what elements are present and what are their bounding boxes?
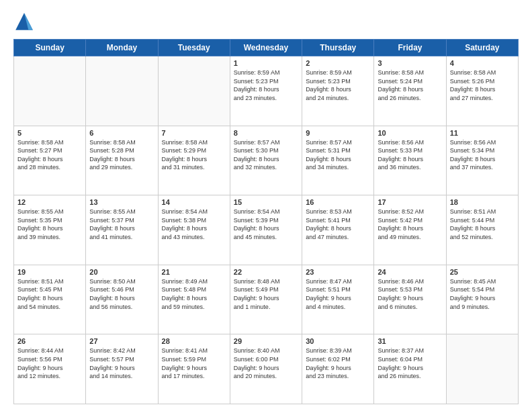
calendar-cell: 27Sunrise: 8:42 AMSunset: 5:57 PMDayligh… bbox=[86, 334, 158, 404]
week-row-0: 1Sunrise: 8:59 AMSunset: 5:23 PMDaylight… bbox=[14, 56, 519, 126]
day-number: 29 bbox=[234, 337, 298, 345]
day-info: Sunrise: 8:48 AMSunset: 5:49 PMDaylight:… bbox=[234, 277, 298, 311]
calendar-cell: 15Sunrise: 8:54 AMSunset: 5:39 PMDayligh… bbox=[230, 195, 302, 265]
day-number: 24 bbox=[378, 268, 442, 276]
weekday-header-friday: Friday bbox=[374, 40, 446, 56]
day-info: Sunrise: 8:51 AMSunset: 5:44 PMDaylight:… bbox=[450, 208, 515, 241]
day-number: 10 bbox=[378, 129, 442, 137]
day-info: Sunrise: 8:55 AMSunset: 5:37 PMDaylight:… bbox=[89, 208, 154, 241]
day-number: 31 bbox=[378, 337, 442, 345]
day-info: Sunrise: 8:40 AMSunset: 6:00 PMDaylight:… bbox=[234, 347, 298, 380]
calendar-cell: 1Sunrise: 8:59 AMSunset: 5:23 PMDaylight… bbox=[230, 56, 302, 126]
day-number: 22 bbox=[234, 268, 298, 276]
day-info: Sunrise: 8:56 AMSunset: 5:33 PMDaylight:… bbox=[378, 138, 442, 172]
day-number: 18 bbox=[450, 198, 515, 206]
calendar-cell bbox=[86, 56, 158, 126]
day-number: 2 bbox=[306, 59, 370, 67]
day-number: 14 bbox=[162, 198, 226, 206]
day-info: Sunrise: 8:53 AMSunset: 5:41 PMDaylight:… bbox=[306, 208, 370, 241]
calendar-table: SundayMondayTuesdayWednesdayThursdayFrid… bbox=[13, 39, 519, 404]
weekday-header-sunday: Sunday bbox=[14, 40, 86, 56]
day-info: Sunrise: 8:39 AMSunset: 6:02 PMDaylight:… bbox=[306, 347, 370, 380]
day-number: 1 bbox=[234, 59, 298, 67]
day-number: 17 bbox=[378, 198, 442, 206]
calendar-cell: 24Sunrise: 8:46 AMSunset: 5:53 PMDayligh… bbox=[374, 265, 446, 334]
day-number: 21 bbox=[162, 268, 226, 276]
day-info: Sunrise: 8:56 AMSunset: 5:34 PMDaylight:… bbox=[450, 138, 515, 172]
day-info: Sunrise: 8:49 AMSunset: 5:48 PMDaylight:… bbox=[162, 277, 226, 311]
calendar-cell: 28Sunrise: 8:41 AMSunset: 5:59 PMDayligh… bbox=[158, 334, 230, 404]
page: SundayMondayTuesdayWednesdayThursdayFrid… bbox=[0, 0, 532, 411]
calendar-cell: 21Sunrise: 8:49 AMSunset: 5:48 PMDayligh… bbox=[158, 265, 230, 334]
calendar-cell: 22Sunrise: 8:48 AMSunset: 5:49 PMDayligh… bbox=[230, 265, 302, 334]
calendar-cell: 12Sunrise: 8:55 AMSunset: 5:35 PMDayligh… bbox=[14, 195, 86, 265]
calendar-cell: 18Sunrise: 8:51 AMSunset: 5:44 PMDayligh… bbox=[446, 195, 518, 265]
weekday-header-thursday: Thursday bbox=[302, 40, 374, 56]
calendar-cell: 8Sunrise: 8:57 AMSunset: 5:30 PMDaylight… bbox=[230, 126, 302, 195]
day-info: Sunrise: 8:46 AMSunset: 5:53 PMDaylight:… bbox=[378, 277, 442, 311]
calendar-cell: 19Sunrise: 8:51 AMSunset: 5:45 PMDayligh… bbox=[14, 265, 86, 334]
day-info: Sunrise: 8:57 AMSunset: 5:31 PMDaylight:… bbox=[306, 138, 370, 172]
weekday-header-tuesday: Tuesday bbox=[158, 40, 230, 56]
day-number: 27 bbox=[89, 337, 154, 345]
day-info: Sunrise: 8:51 AMSunset: 5:45 PMDaylight:… bbox=[17, 277, 82, 311]
day-info: Sunrise: 8:55 AMSunset: 5:35 PMDaylight:… bbox=[17, 208, 82, 241]
day-info: Sunrise: 8:57 AMSunset: 5:30 PMDaylight:… bbox=[234, 138, 298, 172]
calendar-cell: 11Sunrise: 8:56 AMSunset: 5:34 PMDayligh… bbox=[446, 126, 518, 195]
calendar-cell: 5Sunrise: 8:58 AMSunset: 5:27 PMDaylight… bbox=[14, 126, 86, 195]
day-number: 12 bbox=[17, 198, 82, 206]
weekday-header-saturday: Saturday bbox=[446, 40, 518, 56]
calendar-cell: 16Sunrise: 8:53 AMSunset: 5:41 PMDayligh… bbox=[302, 195, 374, 265]
day-info: Sunrise: 8:45 AMSunset: 5:54 PMDaylight:… bbox=[450, 277, 515, 311]
calendar-cell: 9Sunrise: 8:57 AMSunset: 5:31 PMDaylight… bbox=[302, 126, 374, 195]
day-info: Sunrise: 8:59 AMSunset: 5:23 PMDaylight:… bbox=[306, 68, 370, 102]
day-number: 28 bbox=[162, 337, 226, 345]
day-number: 5 bbox=[17, 129, 82, 137]
day-number: 7 bbox=[162, 129, 226, 137]
calendar-cell: 14Sunrise: 8:54 AMSunset: 5:38 PMDayligh… bbox=[158, 195, 230, 265]
calendar-cell: 25Sunrise: 8:45 AMSunset: 5:54 PMDayligh… bbox=[446, 265, 518, 334]
calendar-cell: 26Sunrise: 8:44 AMSunset: 5:56 PMDayligh… bbox=[14, 334, 86, 404]
calendar-cell: 2Sunrise: 8:59 AMSunset: 5:23 PMDaylight… bbox=[302, 56, 374, 126]
calendar-cell: 17Sunrise: 8:52 AMSunset: 5:42 PMDayligh… bbox=[374, 195, 446, 265]
day-number: 4 bbox=[450, 59, 515, 67]
calendar-cell: 6Sunrise: 8:58 AMSunset: 5:28 PMDaylight… bbox=[86, 126, 158, 195]
day-number: 9 bbox=[306, 129, 370, 137]
day-info: Sunrise: 8:58 AMSunset: 5:29 PMDaylight:… bbox=[162, 138, 226, 172]
day-number: 30 bbox=[306, 337, 370, 345]
day-info: Sunrise: 8:52 AMSunset: 5:42 PMDaylight:… bbox=[378, 208, 442, 241]
header bbox=[13, 11, 519, 32]
calendar-cell: 3Sunrise: 8:58 AMSunset: 5:24 PMDaylight… bbox=[374, 56, 446, 126]
day-info: Sunrise: 8:37 AMSunset: 6:04 PMDaylight:… bbox=[378, 347, 442, 380]
calendar-cell: 20Sunrise: 8:50 AMSunset: 5:46 PMDayligh… bbox=[86, 265, 158, 334]
logo bbox=[13, 11, 39, 32]
day-info: Sunrise: 8:54 AMSunset: 5:39 PMDaylight:… bbox=[234, 208, 298, 241]
day-number: 26 bbox=[17, 337, 82, 345]
day-info: Sunrise: 8:44 AMSunset: 5:56 PMDaylight:… bbox=[17, 347, 82, 380]
calendar-cell: 30Sunrise: 8:39 AMSunset: 6:02 PMDayligh… bbox=[302, 334, 374, 404]
day-info: Sunrise: 8:58 AMSunset: 5:28 PMDaylight:… bbox=[89, 138, 154, 172]
day-number: 3 bbox=[378, 59, 442, 67]
calendar-cell: 31Sunrise: 8:37 AMSunset: 6:04 PMDayligh… bbox=[374, 334, 446, 404]
calendar-cell: 7Sunrise: 8:58 AMSunset: 5:29 PMDaylight… bbox=[158, 126, 230, 195]
day-info: Sunrise: 8:47 AMSunset: 5:51 PMDaylight:… bbox=[306, 277, 370, 311]
day-info: Sunrise: 8:58 AMSunset: 5:24 PMDaylight:… bbox=[378, 68, 442, 102]
day-info: Sunrise: 8:59 AMSunset: 5:23 PMDaylight:… bbox=[234, 68, 298, 102]
week-row-3: 19Sunrise: 8:51 AMSunset: 5:45 PMDayligh… bbox=[14, 265, 519, 334]
weekday-header-wednesday: Wednesday bbox=[230, 40, 302, 56]
day-number: 25 bbox=[450, 268, 515, 276]
day-number: 6 bbox=[89, 129, 154, 137]
day-number: 19 bbox=[17, 268, 82, 276]
weekday-header-row: SundayMondayTuesdayWednesdayThursdayFrid… bbox=[14, 40, 519, 56]
calendar-cell bbox=[446, 334, 518, 404]
calendar-cell bbox=[158, 56, 230, 126]
day-info: Sunrise: 8:54 AMSunset: 5:38 PMDaylight:… bbox=[162, 208, 226, 241]
day-info: Sunrise: 8:41 AMSunset: 5:59 PMDaylight:… bbox=[162, 347, 226, 380]
calendar-cell: 23Sunrise: 8:47 AMSunset: 5:51 PMDayligh… bbox=[302, 265, 374, 334]
day-info: Sunrise: 8:42 AMSunset: 5:57 PMDaylight:… bbox=[89, 347, 154, 380]
calendar-cell: 4Sunrise: 8:58 AMSunset: 5:26 PMDaylight… bbox=[446, 56, 518, 126]
week-row-1: 5Sunrise: 8:58 AMSunset: 5:27 PMDaylight… bbox=[14, 126, 519, 195]
week-row-2: 12Sunrise: 8:55 AMSunset: 5:35 PMDayligh… bbox=[14, 195, 519, 265]
calendar-cell: 13Sunrise: 8:55 AMSunset: 5:37 PMDayligh… bbox=[86, 195, 158, 265]
day-info: Sunrise: 8:50 AMSunset: 5:46 PMDaylight:… bbox=[89, 277, 154, 311]
